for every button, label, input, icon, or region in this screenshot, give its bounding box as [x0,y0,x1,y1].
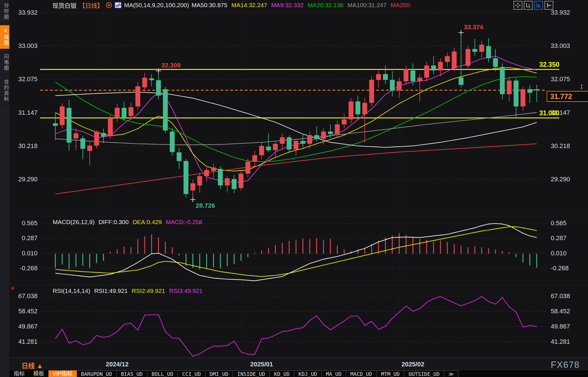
axis-tick-label: 0.287 [551,234,567,242]
legend-item: RSI3:49.921 [169,287,203,294]
axis-tick-label: 0.287 [10,234,38,242]
indicator-tab-指标[interactable]: 指标 [9,370,29,377]
axis-tick-label: 33.003 [551,42,570,50]
legend-item: MA200: [391,2,411,9]
rsi-legend: RSI1:49.921RSI2:49.921RSI3:49.921 [94,287,203,294]
indicator-tab-OUTSIDE_UD[interactable]: OUTSIDE_UD [404,370,444,377]
axis-tick-label: 29.290 [551,176,570,183]
x-axis-date-label: 2025/01 [250,361,273,368]
extreme-price-label: 28.726 [196,202,215,209]
axis-auto-icon[interactable] [534,1,543,10]
axis-scale-icon[interactable] [524,1,533,10]
axis-tick-label: 58.452 [10,308,38,315]
price-up-arrows-icon: ▲▲ [580,84,583,89]
watermark: FX678 [551,360,580,370]
indicator-tab-≫[interactable]: ≫ [444,370,458,377]
axis-tick-label: 0.565 [551,219,567,227]
axis-tick-label: 0.010 [551,250,567,257]
axis-tick-label: 31.147 [10,109,38,116]
axis-tick-label: 49.867 [10,323,38,330]
legend-item: MA100:31.247 [348,2,387,9]
sidebar-tab-1[interactable]: K线图 [0,25,9,49]
legend-item: MA14:32.247 [231,2,267,9]
symbol-title: 现货白银 [52,1,77,9]
rsi-header: RSI(14,14,14) RSI1:49.921RSI2:49.921RSI3… [53,287,203,294]
alert-star-icon[interactable]: ✳ [10,285,15,292]
rsi-title: RSI(14,14,14) [53,287,90,294]
indicator-tab-MA_UD[interactable]: MA_UD [322,370,346,377]
indicator-tab-INSIDE_UD[interactable]: INSIDE_UD [233,370,270,377]
indicator-tabbar: 指标模板VIP指标BARUPDN_UDBIAS_UDBOLL_UDCCI_UDD… [9,370,588,377]
axis-tick-label: 0.010 [10,250,38,257]
axis-tick-label: 41.281 [551,338,570,345]
legend-item: MA50:30.875 [192,2,228,9]
last-price-value: 31.772 [550,92,572,101]
axis-tick-label: -0.268 [10,265,38,272]
indicator-tab-CCI_UD[interactable]: CCI_UD [178,370,205,377]
macd-title: MACD(26,12,9) [53,219,95,226]
indicator-tab-MACD_UD[interactable]: MACD_UD [346,370,377,377]
legend-item: RSI2:49.921 [132,287,165,294]
axis-tick-label: 32.075 [551,75,570,83]
indicator-tab-模板[interactable]: 模板 [29,370,48,377]
axis-tick-label: -0.268 [551,265,569,272]
period-selector[interactable]: 日线 ▲ [21,360,43,370]
macd-header: MACD(26,12,9) DIFF:0.300DEA:0.429MACD:-0… [53,219,202,226]
legend-item: MACD:-0.258 [166,219,202,226]
axis-tick-label: 33.003 [10,42,38,50]
indicator-tab-KD_UD[interactable]: KD_UD [270,370,294,377]
legend-item: MA9:32.332 [271,2,303,9]
extreme-price-label: 32.309 [161,62,181,69]
indicator-tab-MTM_UD[interactable]: MTM_UD [377,370,404,377]
legend-item: DIFF:0.300 [99,219,129,226]
axis-tick-label: 0.565 [10,219,38,227]
axis-tick-label: 41.281 [10,338,38,345]
sidebar-tab-3[interactable]: 合约资料 [0,76,9,106]
crosshair-icon[interactable] [513,1,522,10]
extreme-price-label: 33.374 [464,24,483,31]
axis-tick-label: 32.075 [10,75,38,83]
axis-tick-label: 49.867 [551,323,570,330]
indicator-tab-BARUPDN_UD[interactable]: BARUPDN_UD [77,370,117,377]
axis-tick-label: 29.290 [10,176,38,183]
indicator-tab-BIAS_UD[interactable]: BIAS_UD [117,370,147,377]
legend-item: MA20:32.136 [308,2,344,9]
trading-app: 分时图K线图闪电图合约资料 现货白银 【日线】 MA(50,14,9,20,10… [0,0,588,377]
axis-tick-label: 33.932 [551,9,570,16]
sidebar-tab-2[interactable]: 闪电图 [0,51,9,75]
resistance-level-label: 32.350 [528,61,559,69]
x-axis-date-label: 2024/12 [106,361,129,368]
last-price-badge: 31.772 [547,91,588,102]
x-axis-date-label: 2025/02 [401,361,424,368]
indicator-chart-icon[interactable] [115,2,121,8]
chart-canvas[interactable] [0,0,588,377]
support-level-label: 31.000 [528,109,559,117]
chart-toolbar [513,1,553,10]
indicator-tab-DMI_UD[interactable]: DMI_UD [205,370,233,377]
axis-tick-label: 30.218 [10,142,38,150]
circle-plus-icon[interactable] [106,2,112,8]
indicator-tab-BOLL_UD[interactable]: BOLL_UD [147,370,178,377]
chart-header: 现货白银 【日线】 MA(50,14,9,20,100,200) MA50:30… [52,1,411,9]
ma-params-title: MA(50,14,9,20,100,200) [124,2,189,9]
indicator-tab-KDJ_UD[interactable]: KDJ_UD [294,370,322,377]
legend-item: RSI1:49.921 [94,287,128,294]
ma-legend: MA50:30.875MA14:32.247MA9:32.332MA20:32.… [192,2,411,9]
indicator-tab-VIP指标[interactable]: VIP指标 [48,370,77,377]
axis-tick-label: 33.932 [10,9,38,16]
axis-tick-label: 58.452 [551,308,570,315]
period-tag[interactable]: 【日线】 [79,1,103,9]
sidebar-tab-0[interactable]: 分时图 [0,0,9,24]
axis-tick-label: 67.038 [551,292,570,300]
macd-legend: DIFF:0.300DEA:0.429MACD:-0.258 [99,219,202,226]
bar-shift-icon[interactable] [544,1,553,10]
legend-item: DEA:0.429 [133,219,162,226]
triangle-up-icon: ▲ [36,362,43,370]
axis-tick-label: 30.218 [551,142,570,150]
x-axis-strip: 日线 ▲ 2024/122025/012025/02 [9,357,588,371]
sidebar: 分时图K线图闪电图合约资料 [0,0,9,377]
axis-tick-label: 67.038 [10,292,38,300]
